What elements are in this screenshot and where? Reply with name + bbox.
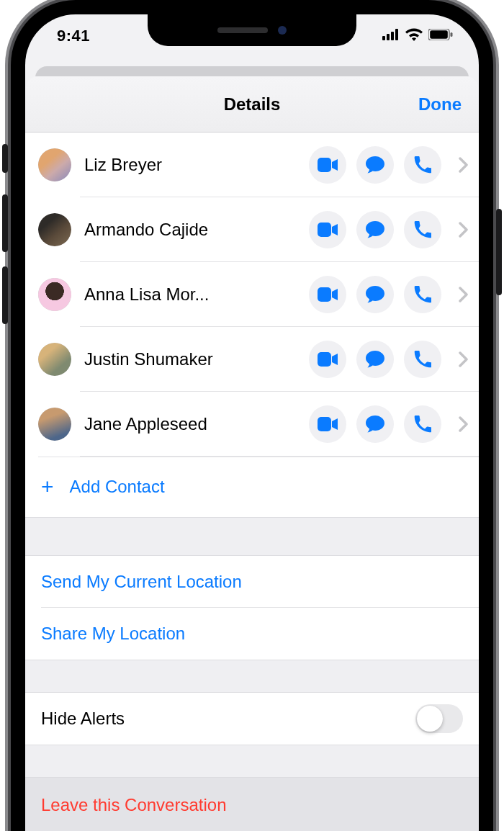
phone-frame: 9:41 Details Done — [11, 0, 493, 831]
contacts-list: Liz Breyer Armando Cajide — [25, 132, 479, 517]
share-location-label: Share My Location — [41, 624, 185, 644]
add-contact-button[interactable]: + Add Contact — [25, 457, 479, 517]
contact-name: Justin Shumaker — [84, 349, 309, 369]
share-my-location-button[interactable]: Share My Location — [25, 608, 479, 660]
chevron-right-icon — [459, 157, 469, 173]
call-button[interactable] — [404, 211, 441, 248]
plus-icon: + — [41, 476, 54, 498]
leave-conversation-button[interactable]: Leave this Conversation — [25, 778, 479, 831]
section-separator — [25, 745, 479, 778]
volume-up-button — [2, 194, 8, 252]
avatar-image — [38, 343, 71, 376]
message-button[interactable] — [356, 276, 394, 313]
contact-name: Armando Cajide — [84, 220, 309, 240]
avatar-image — [38, 148, 71, 181]
avatar — [38, 213, 71, 246]
toggle-knob — [417, 706, 443, 732]
wifi-icon — [405, 28, 423, 44]
contact-actions — [309, 211, 469, 248]
send-location-label: Send My Current Location — [41, 572, 242, 592]
video-call-button[interactable] — [309, 405, 346, 443]
location-group: Send My Current Location Share My Locati… — [25, 556, 479, 660]
svg-rect-3 — [395, 29, 398, 40]
svg-rect-6 — [451, 32, 453, 37]
call-button[interactable] — [404, 341, 441, 378]
call-button[interactable] — [404, 276, 441, 313]
svg-rect-11 — [318, 417, 331, 431]
avatar-image — [38, 278, 71, 311]
hide-alerts-row: Hide Alerts — [25, 693, 479, 745]
contact-row[interactable]: Justin Shumaker — [25, 327, 479, 392]
chevron-right-icon — [459, 351, 469, 367]
contact-actions — [309, 276, 469, 313]
chevron-right-icon — [459, 416, 469, 432]
contact-actions — [309, 341, 469, 378]
nav-bar: Details Done — [25, 76, 479, 132]
details-sheet: Details Done Liz Breyer — [25, 76, 479, 831]
avatar — [38, 278, 71, 311]
leave-conversation-label: Leave this Conversation — [41, 795, 226, 815]
contact-row[interactable]: Jane Appleseed — [25, 392, 479, 457]
status-time: 9:41 — [57, 27, 90, 45]
svg-rect-1 — [387, 34, 390, 40]
message-button[interactable] — [356, 211, 394, 248]
contact-row[interactable]: Anna Lisa Mor... — [25, 262, 479, 327]
chevron-right-icon — [459, 222, 469, 238]
page-title: Details — [224, 94, 281, 114]
cellular-signal-icon — [382, 29, 400, 43]
status-indicators — [382, 28, 453, 44]
contact-name: Anna Lisa Mor... — [84, 284, 309, 305]
svg-rect-0 — [382, 36, 385, 40]
message-button[interactable] — [356, 146, 394, 184]
send-current-location-button[interactable]: Send My Current Location — [25, 556, 479, 608]
avatar-image — [38, 213, 71, 246]
svg-rect-8 — [318, 223, 331, 237]
mute-switch — [2, 144, 8, 173]
video-call-button[interactable] — [309, 211, 346, 248]
power-button — [496, 209, 502, 295]
hide-alerts-label: Hide Alerts — [41, 709, 125, 729]
avatar-image — [38, 408, 71, 441]
svg-rect-10 — [318, 352, 331, 367]
avatar — [38, 408, 71, 441]
avatar — [38, 343, 71, 376]
message-button[interactable] — [356, 405, 394, 443]
video-call-button[interactable] — [309, 341, 346, 378]
video-call-button[interactable] — [309, 276, 346, 313]
volume-down-button — [2, 266, 8, 324]
battery-icon — [428, 29, 453, 43]
add-contact-label: Add Contact — [70, 477, 165, 497]
contact-name: Jane Appleseed — [84, 414, 309, 434]
status-bar: 9:41 — [25, 14, 479, 58]
contact-row[interactable]: Liz Breyer — [25, 132, 479, 197]
contact-actions — [309, 146, 469, 184]
screen: 9:41 Details Done — [25, 14, 479, 831]
contact-row[interactable]: Armando Cajide — [25, 197, 479, 262]
svg-rect-9 — [318, 287, 331, 302]
svg-rect-2 — [391, 32, 394, 40]
svg-rect-5 — [430, 30, 448, 39]
message-button[interactable] — [356, 341, 394, 378]
svg-rect-7 — [318, 158, 331, 172]
hide-alerts-toggle[interactable] — [415, 704, 463, 733]
avatar — [38, 148, 71, 181]
contact-name: Liz Breyer — [84, 155, 309, 175]
section-separator — [25, 517, 479, 556]
call-button[interactable] — [404, 405, 441, 443]
chevron-right-icon — [459, 287, 469, 302]
contact-actions — [309, 405, 469, 443]
done-button[interactable]: Done — [418, 94, 462, 114]
video-call-button[interactable] — [309, 146, 346, 184]
section-separator — [25, 660, 479, 693]
call-button[interactable] — [404, 146, 441, 184]
